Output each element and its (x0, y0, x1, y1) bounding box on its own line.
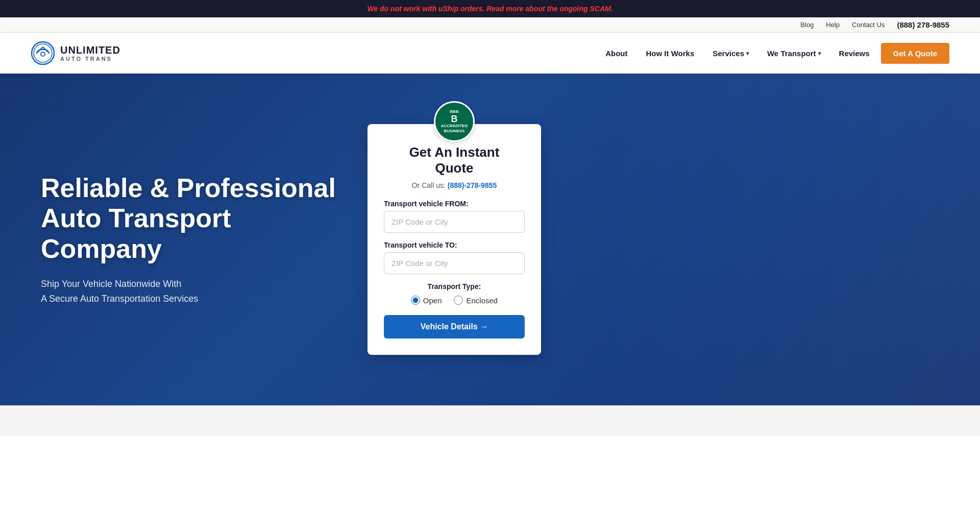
bbb-logo: B (451, 114, 458, 124)
contact-link[interactable]: Contact Us (852, 21, 885, 29)
vehicle-details-label: Vehicle Details → (421, 322, 488, 331)
logo-company-name: UNLIMITED (60, 44, 120, 56)
quote-call-text: Or Call us: (888)-278-9855 (384, 181, 525, 189)
from-label: Transport vehicle FROM: (384, 200, 525, 208)
logo-tagline: AUTO TRANS (60, 56, 120, 62)
radio-group: Open Enclosed (384, 296, 525, 305)
from-input[interactable] (384, 211, 525, 233)
quote-card: Get An Instant Quote Or Call us: (888)-2… (368, 124, 541, 355)
radio-enclosed[interactable]: Enclosed (454, 296, 498, 305)
nav-reviews[interactable]: Reviews (832, 45, 877, 62)
bbb-badge: BBB B ACCREDITEDBUSINESS (434, 101, 475, 142)
main-nav: About How It Works Services ▾ We Transpo… (598, 43, 949, 64)
quote-phone-link[interactable]: (888)-278-9855 (448, 181, 497, 189)
hero-text-block: Reliable & Professional Auto Transport C… (41, 173, 337, 306)
transport-type-label: Transport Type: (384, 282, 525, 291)
svg-point-2 (41, 52, 45, 56)
logo-icon (31, 41, 55, 65)
radio-enclosed-label: Enclosed (466, 296, 498, 305)
quote-card-title: Get An Instant Quote (384, 144, 525, 176)
alert-text: We do not work with uShip orders. Read m… (367, 5, 612, 13)
hero-subtitle: Ship Your Vehicle Nationwide With A Secu… (41, 277, 337, 306)
to-field-group: Transport vehicle TO: (384, 241, 525, 274)
hero-content: Reliable & Professional Auto Transport C… (0, 74, 980, 405)
quote-card-wrapper: BBB B ACCREDITEDBUSINESS Get An Instant … (368, 124, 541, 355)
nav-we-transport[interactable]: We Transport ▾ (760, 45, 828, 62)
bbb-line2: ACCREDITEDBUSINESS (441, 124, 468, 133)
alert-bar: We do not work with uShip orders. Read m… (0, 0, 980, 17)
nav-services[interactable]: Services ▾ (705, 45, 756, 62)
vehicle-details-button[interactable]: Vehicle Details → (384, 315, 525, 339)
from-field-group: Transport vehicle FROM: (384, 200, 525, 233)
radio-open-input[interactable] (411, 296, 420, 305)
utility-phone[interactable]: (888) 278-9855 (897, 20, 949, 29)
bottom-strip (0, 405, 980, 436)
radio-enclosed-input[interactable] (454, 296, 463, 305)
services-chevron-icon: ▾ (746, 51, 749, 56)
to-label: Transport vehicle TO: (384, 241, 525, 249)
radio-open-label: Open (423, 296, 442, 305)
blog-link[interactable]: Blog (800, 21, 814, 29)
logo-link[interactable]: UNLIMITED AUTO TRANS (31, 41, 120, 65)
main-header: UNLIMITED AUTO TRANS About How It Works … (0, 33, 980, 74)
we-transport-chevron-icon: ▾ (818, 51, 821, 56)
logo-text: UNLIMITED AUTO TRANS (60, 44, 120, 62)
nav-how-it-works[interactable]: How It Works (639, 45, 702, 62)
utility-nav: Blog Help Contact Us (888) 278-9855 (0, 17, 980, 33)
hero-section: Reliable & Professional Auto Transport C… (0, 74, 980, 405)
get-quote-button[interactable]: Get A Quote (881, 43, 949, 64)
transport-type-row: Transport Type: Open Enclosed (384, 282, 525, 305)
to-input[interactable] (384, 252, 525, 274)
hero-title: Reliable & Professional Auto Transport C… (41, 173, 337, 264)
nav-about[interactable]: About (598, 45, 634, 62)
help-link[interactable]: Help (826, 21, 840, 29)
radio-open[interactable]: Open (411, 296, 442, 305)
svg-point-0 (32, 42, 54, 64)
